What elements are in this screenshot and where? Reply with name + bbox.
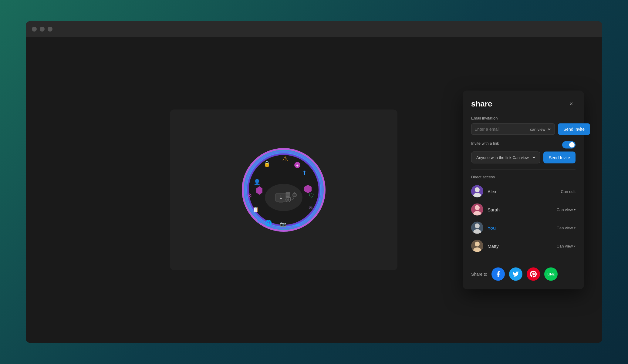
warning-icon: ⚠ (282, 155, 288, 163)
user-name-you: You (488, 225, 552, 230)
permission-alex: Can edit (561, 189, 576, 194)
share-to-row: Share to LINE (471, 265, 576, 281)
email-input-wrapper: can view can edit (471, 123, 555, 135)
line-share-button[interactable]: LINE (544, 268, 558, 281)
tag-icon: N54 (256, 219, 264, 224)
svg-point-12 (475, 187, 480, 192)
cloud-upload-icon: ⬆ (302, 170, 307, 176)
camera-icon: 📷 (280, 221, 286, 227)
user-name-matty: Matty (488, 243, 552, 248)
cloud-group (265, 184, 302, 211)
preview-box: ⚠ 🔒 👤 ⚙ 📋 🌐 📷 ☁ (170, 110, 397, 270)
cloud-bottom-icon: ☁ (295, 221, 300, 227)
app-window: ⚠ 🔒 👤 ⚙ 📋 🌐 📷 ☁ (26, 21, 602, 343)
user-name-alex: Alex (488, 189, 557, 194)
svg-point-18 (475, 224, 480, 228)
permission-you[interactable]: Can view ▾ (557, 225, 576, 230)
svg-point-8 (287, 198, 289, 201)
user-icon: 👤 (254, 179, 261, 185)
avatar-alex (471, 185, 483, 197)
divider-1 (471, 170, 576, 170)
globe-icon: 🌐 (265, 220, 272, 226)
twitter-share-button[interactable] (509, 268, 522, 281)
link-select-wrapper: Anyone with the link Can view Anyone wit… (471, 152, 540, 163)
shield-icon: 🛡 (309, 193, 314, 199)
line-label: LINE (547, 272, 554, 276)
share-panel: share × Email invitation can view can ed… (463, 91, 584, 289)
traffic-light-maximize (48, 27, 52, 32)
share-to-label: Share to (471, 272, 487, 277)
divider-2 (471, 260, 576, 260)
permission-sarah[interactable]: Can view ▾ (557, 207, 576, 212)
link-permission-select[interactable]: Anyone with the link Can view Anyone wit… (475, 152, 536, 163)
user-row-matty: Matty Can view ▾ (471, 237, 576, 255)
pinterest-share-button[interactable] (527, 268, 540, 281)
link-row-header: Invite with a link (471, 141, 576, 149)
facebook-share-button[interactable] (491, 268, 505, 281)
user-row-you: You Can view ▾ (471, 219, 576, 237)
chevron-matty: ▾ (574, 244, 576, 248)
svg-point-15 (475, 205, 480, 210)
share-title: share (471, 99, 492, 109)
avatar-sarah (471, 204, 483, 216)
email-input[interactable] (474, 124, 528, 135)
avatar-you (471, 222, 483, 234)
link-send-invite-button[interactable]: Send Invite (543, 152, 576, 163)
traffic-lights (32, 27, 52, 32)
link-toggle[interactable] (562, 141, 576, 148)
user-row-sarah: Sarah Can view ▾ (471, 201, 576, 219)
doc-icon: 📋 (253, 207, 259, 212)
chevron-you: ▾ (574, 226, 576, 229)
avatar-matty (471, 240, 483, 252)
email-permission-select[interactable]: can view can edit (528, 126, 552, 132)
settings-icon: ⚙ (247, 193, 252, 199)
window-content: ⚠ 🔒 👤 ⚙ 📋 🌐 📷 ☁ (26, 37, 602, 343)
close-button[interactable]: × (567, 99, 576, 108)
chevron-sarah: ▾ (574, 208, 576, 211)
traffic-light-minimize (40, 27, 45, 32)
svg-point-21 (475, 242, 480, 247)
traffic-light-close (32, 27, 37, 32)
user-row-alex: Alex Can edit (471, 182, 576, 201)
direct-access-label: Direct access (471, 175, 576, 179)
link-section-label: Invite with a link (471, 141, 499, 146)
direct-access-section: Direct access Alex Can edit (471, 175, 576, 255)
network-icon: ⊕ (296, 164, 299, 167)
link-invite-row: Anyone with the link Can view Anyone wit… (471, 152, 576, 163)
svg-rect-5 (279, 201, 283, 203)
user-name-sarah: Sarah (488, 207, 552, 212)
permission-matty[interactable]: Can view ▾ (557, 244, 576, 248)
titlebar (26, 21, 602, 37)
email-send-invite-button[interactable]: Send Invite (558, 123, 590, 135)
email-icon: ✉ (309, 205, 312, 211)
email-row: can view can edit Send Invite (471, 123, 576, 135)
link-section: Invite with a link Anyone with the link … (471, 141, 576, 163)
lock-top-icon: 🔒 (264, 160, 271, 167)
email-section: Email invitation can view can edit Send … (471, 116, 576, 135)
share-header: share × (471, 99, 576, 109)
email-section-label: Email invitation (471, 116, 576, 120)
cloud-illustration: ⚠ 🔒 👤 ⚙ 📋 🌐 📷 ☁ (238, 144, 329, 235)
svg-rect-10 (293, 194, 296, 197)
